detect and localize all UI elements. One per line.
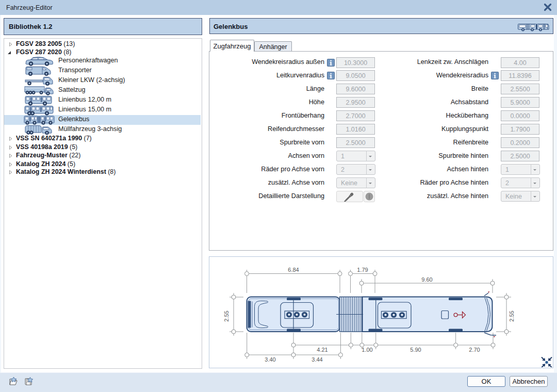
svg-text:1.79: 1.79 xyxy=(357,267,368,273)
svg-text:3.40: 3.40 xyxy=(265,356,275,363)
svg-text:4.21: 4.21 xyxy=(317,347,327,353)
svg-text:9.60: 9.60 xyxy=(421,276,432,283)
svg-text:1.00: 1.00 xyxy=(362,347,372,353)
svg-text:2.55: 2.55 xyxy=(509,311,515,321)
svg-text:3.44: 3.44 xyxy=(312,356,322,363)
svg-text:5.90: 5.90 xyxy=(410,347,421,353)
svg-text:2.55: 2.55 xyxy=(223,311,230,321)
svg-text:6.84: 6.84 xyxy=(288,267,299,273)
svg-text:2.70: 2.70 xyxy=(469,347,480,353)
